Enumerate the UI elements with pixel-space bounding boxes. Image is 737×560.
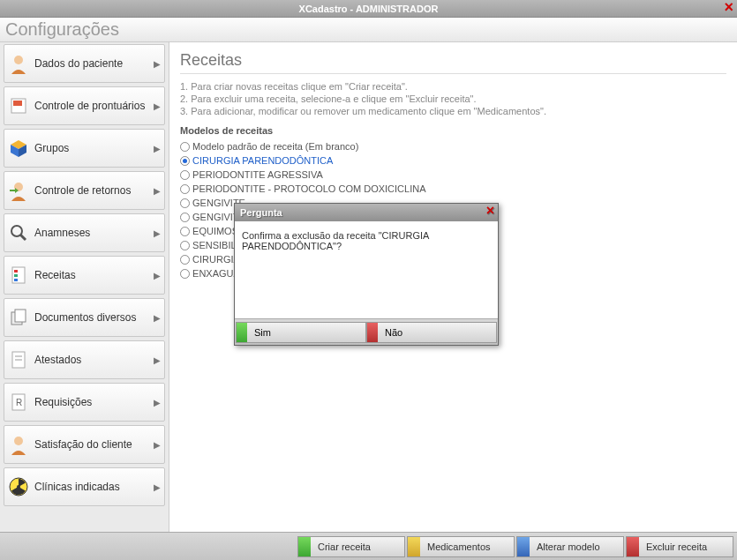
dialog-no-button[interactable]: Não (366, 322, 497, 343)
person-arrow-icon (6, 178, 31, 203)
svg-line-9 (20, 235, 26, 240)
recipe-item[interactable]: PERIODONTITE - PROTOCOLO COM DOXICICLINA (180, 182, 726, 196)
dialog-footer: Sim Não (235, 318, 498, 345)
sidebar-item-label: Documentos diversos (34, 311, 136, 324)
requisition-icon: R (6, 390, 31, 414)
confirm-dialog: Pergunta × Confirma a exclusão da receit… (234, 203, 499, 346)
svg-rect-12 (14, 274, 18, 277)
radio-icon[interactable] (180, 227, 190, 236)
radiation-icon (6, 474, 31, 499)
sidebar-item-anamneses[interactable]: Anamneses ▶ (4, 213, 165, 252)
document-red-icon (6, 93, 31, 118)
sidebar-item-label: Dados do paciente (34, 57, 123, 70)
sidebar-item-clinicas[interactable]: Clínicas indicadas ▶ (4, 467, 165, 506)
svg-rect-11 (14, 270, 18, 273)
dialog-titlebar[interactable]: Pergunta × (235, 204, 498, 221)
radio-icon[interactable] (180, 255, 190, 265)
recipe-label: PERIODONTITE AGRESSIVA (192, 169, 323, 180)
sidebar-item-label: Receitas (34, 269, 76, 281)
stripe-yellow-icon (408, 537, 420, 556)
dialog-yes-button[interactable]: Sim (236, 322, 366, 343)
excluir-receita-button[interactable]: Excluir receita (626, 536, 733, 557)
stripe-green-icon (298, 537, 311, 556)
sidebar-item-label: Atestados (34, 354, 81, 366)
cube-icon (6, 136, 31, 161)
svg-rect-15 (15, 310, 26, 322)
page-header-title: Configurações (5, 19, 119, 40)
recipe-item[interactable]: CIRURGIA PARENDODÔNTICA (180, 153, 726, 168)
sidebar-item-label: Requisições (34, 396, 92, 408)
radio-icon[interactable] (180, 170, 190, 180)
chevron-right-icon: ▶ (154, 440, 161, 450)
radio-icon[interactable] (180, 156, 190, 166)
sidebar-item-dados-paciente[interactable]: Dados do paciente ▶ (4, 44, 165, 83)
radio-icon[interactable] (180, 241, 190, 250)
sidebar-item-label: Grupos (34, 142, 69, 154)
radio-icon[interactable] (180, 142, 190, 152)
sidebar-item-requisicoes[interactable]: R Requisições ▶ (4, 383, 165, 422)
stripe-red-icon (627, 537, 639, 556)
svg-rect-13 (14, 279, 18, 281)
button-label: Alterar modelo (537, 541, 600, 552)
chevron-right-icon: ▶ (154, 186, 161, 196)
button-label: Excluir receita (646, 541, 707, 552)
chevron-right-icon: ▶ (154, 59, 161, 69)
button-label: Sim (254, 327, 271, 338)
documents-icon (6, 305, 31, 330)
svg-point-21 (14, 437, 23, 445)
window-title: XCadastro - ADMINISTRADOR (299, 4, 439, 14)
stripe-red-icon (367, 323, 378, 342)
instruction-line: 2. Para excluir uma receita, selecione-a… (180, 93, 726, 104)
subheading: Modelos de receitas (180, 125, 726, 136)
radio-icon[interactable] (180, 198, 190, 208)
chevron-right-icon: ▶ (154, 144, 161, 153)
criar-receita-button[interactable]: Criar receita (297, 536, 405, 557)
certificate-icon (6, 347, 31, 372)
person-icon (6, 432, 31, 457)
sidebar-item-retornos[interactable]: Controle de retornos ▶ (4, 171, 165, 210)
recipe-label: CIRURGIA PARENDODÔNTICA (192, 155, 333, 166)
window-close-icon[interactable]: × (724, 0, 733, 17)
chevron-right-icon: ▶ (154, 398, 161, 407)
medicamentos-button[interactable]: Medicamentos (407, 536, 515, 557)
radio-icon[interactable] (180, 269, 190, 279)
stripe-blue-icon (517, 537, 530, 556)
recipe-item[interactable]: Modelo padrão de receita (Em branco) (180, 139, 726, 153)
page-title: Receitas (180, 51, 726, 70)
dialog-title: Pergunta (240, 207, 282, 218)
sidebar-item-atestados[interactable]: Atestados ▶ (4, 340, 165, 379)
chevron-right-icon: ▶ (154, 482, 161, 492)
sidebar-item-grupos[interactable]: Grupos ▶ (4, 129, 165, 168)
sidebar-item-prontuarios[interactable]: Controle de prontuários ▶ (4, 86, 165, 125)
alterar-modelo-button[interactable]: Alterar modelo (516, 536, 624, 557)
svg-text:R: R (16, 398, 22, 407)
sidebar-item-label: Controle de retornos (34, 184, 131, 197)
svg-rect-2 (13, 101, 22, 106)
sidebar-item-label: Anamneses (34, 227, 90, 239)
recipe-item[interactable]: PERIODONTITE AGRESSIVA (180, 168, 726, 182)
footer-toolbar: Criar receita Medicamentos Alterar model… (0, 532, 737, 560)
window-titlebar: XCadastro - ADMINISTRADOR × (0, 0, 737, 18)
chevron-right-icon: ▶ (154, 355, 161, 365)
sidebar-item-receitas[interactable]: Receitas ▶ (4, 256, 165, 295)
magnifier-icon (6, 220, 31, 245)
page-header: Configurações (0, 18, 737, 42)
person-icon (6, 51, 31, 76)
button-label: Criar receita (318, 541, 371, 552)
chevron-right-icon: ▶ (154, 271, 161, 280)
instruction-line: 1. Para criar novas receitas clique em "… (180, 81, 726, 92)
recipe-icon (6, 263, 31, 287)
stripe-green-icon (237, 323, 247, 342)
dialog-close-icon[interactable]: × (486, 203, 494, 219)
chevron-right-icon: ▶ (154, 313, 161, 323)
sidebar-item-label: Controle de prontuários (34, 100, 145, 112)
recipe-label: PERIODONTITE - PROTOCOLO COM DOXICICLINA (192, 183, 425, 194)
sidebar-item-documentos[interactable]: Documentos diversos ▶ (4, 298, 165, 337)
radio-icon[interactable] (180, 213, 190, 222)
divider (180, 73, 726, 74)
sidebar-item-satisfacao[interactable]: Satisfação do cliente ▶ (4, 425, 165, 464)
button-label: Medicamentos (427, 541, 491, 552)
instructions: 1. Para criar novas receitas clique em "… (180, 81, 726, 116)
radio-icon[interactable] (180, 184, 190, 194)
recipe-label: Modelo padrão de receita (Em branco) (192, 141, 358, 152)
